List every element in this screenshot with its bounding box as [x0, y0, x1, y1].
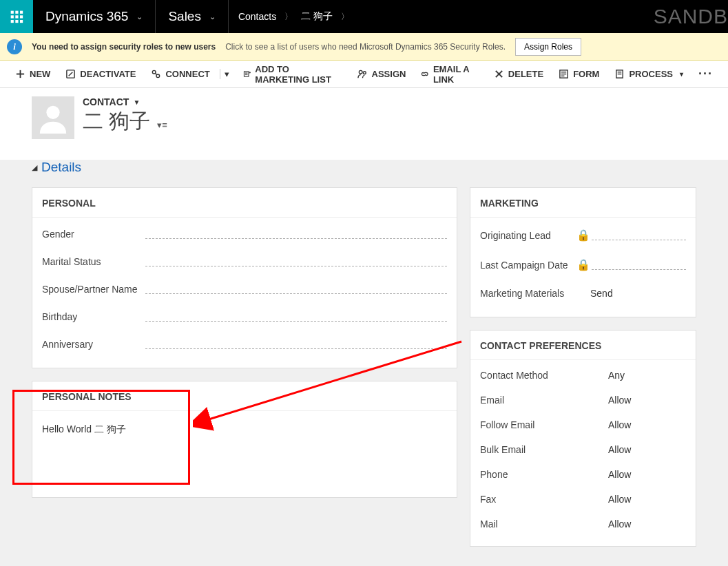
pref-femail-value[interactable]: Allow: [608, 419, 631, 430]
personal-notes-text[interactable]: Hello World 二 狗子: [32, 411, 457, 448]
delete-button[interactable]: DELETE: [488, 66, 549, 82]
field-orig-label: Originating Lead: [480, 230, 576, 241]
email-link-label: EMAIL A LINK: [433, 64, 479, 85]
field-mat-label: Marketing Materials: [480, 288, 587, 299]
pref-fax[interactable]: FaxAllow: [480, 487, 686, 512]
connect-button[interactable]: CONNECT: [145, 66, 215, 82]
add-marketing-button[interactable]: ADD TO MARKETING LIST: [238, 61, 348, 87]
field-spouse[interactable]: Spouse/Partner Name: [42, 275, 447, 303]
svg-point-32: [46, 106, 59, 119]
field-anniversary-value[interactable]: [145, 339, 447, 349]
form-button[interactable]: FORM: [553, 66, 605, 82]
field-mat-value[interactable]: Send: [587, 288, 613, 299]
pref-bulk-email[interactable]: Bulk EmailAllow: [480, 437, 686, 462]
pref-email-value[interactable]: Allow: [608, 395, 631, 406]
field-last-value: [592, 260, 686, 270]
marketing-list-icon: [243, 69, 251, 79]
notification-bar: i You need to assign security roles to n…: [0, 33, 728, 61]
pref-fax-value[interactable]: Allow: [608, 494, 631, 505]
pref-mail[interactable]: MailAllow: [480, 512, 686, 536]
nav-module-label: Sales: [168, 9, 201, 24]
app-launcher-button[interactable]: [0, 0, 33, 33]
field-birthday[interactable]: Birthday: [42, 303, 447, 331]
field-marketing-materials[interactable]: Marketing Materials Send: [480, 280, 686, 307]
pref-mail-label: Mail: [480, 518, 608, 530]
pref-follow-email[interactable]: Follow EmailAllow: [480, 412, 686, 437]
breadcrumb-record[interactable]: 二 狗子: [301, 10, 333, 23]
field-anniversary[interactable]: Anniversary: [42, 331, 447, 358]
record-type-label: CONTACT: [83, 96, 129, 107]
notification-title: You need to assign security roles to new…: [32, 42, 216, 52]
pref-email-label: Email: [480, 395, 608, 406]
top-nav-bar: Dynamics 365 ⌄ Sales ⌄ Contacts 〉 二 狗子 〉…: [0, 0, 728, 33]
svg-point-22: [363, 72, 366, 74]
field-spouse-value[interactable]: [145, 284, 447, 294]
pref-phone-label: Phone: [480, 469, 608, 480]
svg-point-13: [153, 70, 156, 74]
field-gender-value[interactable]: [145, 229, 447, 239]
person-icon: [37, 102, 69, 134]
field-gender-label: Gender: [42, 229, 145, 240]
assign-button[interactable]: ASSIGN: [352, 66, 412, 82]
svg-rect-8: [20, 20, 23, 23]
field-last-label: Last Campaign Date: [480, 260, 576, 271]
svg-rect-5: [20, 15, 23, 18]
connect-split-button[interactable]: ▾: [220, 69, 233, 79]
deactivate-button[interactable]: DEACTIVATE: [60, 66, 141, 82]
delete-icon: [494, 69, 504, 79]
svg-rect-6: [11, 20, 14, 23]
chevron-right-icon: 〉: [284, 11, 293, 23]
assign-roles-button[interactable]: Assign Roles: [515, 38, 581, 56]
field-last-campaign[interactable]: Last Campaign Date 🔒: [480, 250, 686, 280]
record-header: CONTACT ▼ 二 狗子 ▾≡: [0, 88, 728, 160]
chevron-down-icon: ⌄: [136, 12, 143, 21]
field-marital-value[interactable]: [145, 257, 447, 266]
new-button[interactable]: NEW: [10, 66, 56, 82]
process-button[interactable]: PROCESS ▾: [609, 66, 689, 82]
svg-point-14: [156, 74, 160, 78]
add-marketing-label: ADD TO MARKETING LIST: [255, 64, 342, 85]
field-birthday-value[interactable]: [145, 312, 447, 322]
avatar[interactable]: [32, 96, 74, 139]
delete-label: DELETE: [508, 69, 543, 79]
field-originating-lead[interactable]: Originating Lead 🔒: [480, 220, 686, 250]
breadcrumb-contacts[interactable]: Contacts: [238, 11, 276, 22]
record-name[interactable]: 二 狗子: [83, 107, 150, 136]
svg-rect-3: [11, 15, 14, 18]
svg-line-12: [69, 72, 73, 76]
personal-notes-card: PERSONAL NOTES Hello World 二 狗子: [32, 381, 457, 498]
pref-contact-method[interactable]: Contact MethodAny: [480, 363, 686, 388]
section-details-header[interactable]: ◢ Details: [32, 160, 696, 175]
marketing-card: MARKETING Originating Lead 🔒 Last Campai…: [470, 187, 696, 317]
record-type-dropdown[interactable]: CONTACT ▼: [83, 96, 167, 107]
marketing-card-title: MARKETING: [470, 188, 696, 218]
connect-icon: [151, 69, 161, 79]
svg-rect-7: [15, 20, 18, 23]
nav-module-dropdown[interactable]: Sales ⌄: [156, 0, 229, 33]
list-menu-icon[interactable]: ▾≡: [157, 120, 167, 130]
svg-rect-1: [15, 11, 18, 14]
assign-label: ASSIGN: [372, 69, 406, 79]
pref-email[interactable]: EmailAllow: [480, 388, 686, 412]
field-gender[interactable]: Gender: [42, 220, 447, 248]
svg-rect-4: [15, 15, 18, 18]
field-marital-status[interactable]: Marital Status: [42, 248, 447, 275]
svg-rect-0: [11, 11, 14, 14]
field-birthday-label: Birthday: [42, 311, 145, 322]
pref-phone-value[interactable]: Allow: [608, 469, 631, 480]
form-icon: [559, 69, 569, 79]
field-anniversary-label: Anniversary: [42, 339, 145, 350]
pref-mail-value[interactable]: Allow: [608, 518, 631, 530]
nav-product-dropdown[interactable]: Dynamics 365 ⌄: [33, 0, 156, 33]
assign-icon: [357, 69, 368, 79]
more-commands-button[interactable]: ···: [693, 67, 718, 81]
email-link-button[interactable]: EMAIL A LINK: [415, 61, 483, 87]
notification-subtext[interactable]: Click to see a list of users who need Mi…: [225, 42, 506, 52]
environment-watermark: SANDB: [654, 0, 728, 33]
pref-phone[interactable]: PhoneAllow: [480, 462, 686, 487]
svg-line-15: [156, 74, 157, 75]
contact-preferences-card: CONTACT PREFERENCES Contact MethodAny Em…: [470, 330, 696, 547]
pref-contact-value[interactable]: Any: [608, 370, 625, 381]
pref-bulk-value[interactable]: Allow: [608, 444, 631, 455]
chevron-down-icon: ⌄: [209, 12, 216, 21]
